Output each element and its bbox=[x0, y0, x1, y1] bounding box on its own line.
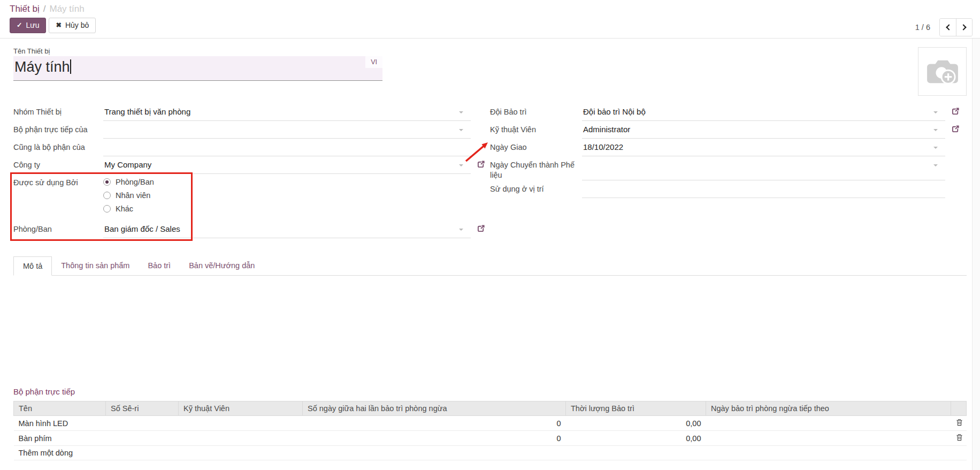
department-input[interactable]: Ban giám đốc / Sales bbox=[103, 221, 471, 238]
direct-parts-table: Tên Số Sê-ri Kỹ thuật Viên Số ngày giữa … bbox=[13, 401, 967, 460]
control-panel: Thiết bị/Máy tính ✓ Lưu ✖ Hủy bỏ 1 / 6 bbox=[0, 0, 980, 39]
field-label: Ngày Giao bbox=[490, 139, 582, 156]
pager-previous-button[interactable] bbox=[940, 19, 956, 36]
cell-technician[interactable] bbox=[179, 431, 303, 446]
equipment-name-value: Máy tính bbox=[14, 59, 70, 75]
equipment-name-input[interactable]: Máy tính VI bbox=[13, 56, 382, 81]
discard-button[interactable]: ✖ Hủy bỏ bbox=[49, 18, 96, 33]
tab-content-description[interactable] bbox=[13, 276, 967, 381]
trash-icon bbox=[956, 419, 963, 426]
caret-down-icon[interactable] bbox=[933, 129, 938, 133]
field-row-scrap-date: Ngày Chuyển thành Phế liệu bbox=[490, 156, 945, 180]
caret-down-icon[interactable] bbox=[933, 164, 938, 169]
pager-next-button[interactable] bbox=[956, 19, 972, 36]
section-title-direct-parts: Bộ phận trực tiếp bbox=[13, 387, 967, 396]
direct-part-of-input[interactable] bbox=[103, 121, 471, 139]
save-button-label: Lưu bbox=[26, 21, 39, 29]
breadcrumb-parent-link[interactable]: Thiết bị bbox=[10, 4, 40, 14]
cell-serial[interactable] bbox=[106, 416, 179, 431]
column-header-technician[interactable]: Kỹ thuật Viên bbox=[179, 401, 303, 416]
field-label: Công ty bbox=[13, 156, 103, 174]
tab-description[interactable]: Mô tả bbox=[13, 256, 52, 276]
assigned-date-input[interactable]: 18/10/2022 bbox=[582, 139, 945, 156]
field-grid: Nhóm Thiết bị Trang thiết bị văn phòng B… bbox=[13, 103, 967, 238]
cell-next-date[interactable] bbox=[706, 431, 951, 446]
radio-label: Phòng/Ban bbox=[116, 178, 154, 186]
radio-unselected-icon[interactable] bbox=[103, 192, 111, 199]
caret-down-icon[interactable] bbox=[459, 111, 463, 116]
tab-maintenance[interactable]: Bảo trì bbox=[139, 256, 180, 275]
also-part-of-input[interactable] bbox=[103, 139, 471, 156]
cell-name[interactable]: Màn hình LED bbox=[14, 416, 106, 431]
caret-down-icon[interactable] bbox=[933, 111, 938, 116]
camera-plus-icon bbox=[926, 57, 959, 86]
radio-option-department[interactable]: Phòng/Ban bbox=[103, 178, 154, 186]
cell-days-between[interactable]: 0 bbox=[303, 431, 566, 446]
field-row-department: Phòng/Ban Ban giám đốc / Sales bbox=[13, 221, 471, 238]
table-row[interactable]: Màn hình LED 0 0,00 bbox=[14, 416, 967, 431]
column-header-serial[interactable]: Số Sê-ri bbox=[106, 401, 179, 416]
table-header-row: Tên Số Sê-ri Kỹ thuật Viên Số ngày giữa … bbox=[14, 401, 967, 416]
radio-unselected-icon[interactable] bbox=[103, 205, 111, 213]
external-link-icon[interactable] bbox=[952, 125, 960, 134]
tab-drawings-instructions[interactable]: Bản vẽ/Hướng dẫn bbox=[180, 256, 264, 275]
breadcrumb-separator: / bbox=[43, 4, 46, 14]
cell-duration[interactable]: 0,00 bbox=[566, 416, 706, 431]
delete-row-button[interactable] bbox=[951, 431, 967, 446]
company-input[interactable]: My Company bbox=[103, 156, 471, 174]
add-row-link[interactable]: Thêm một dòng bbox=[14, 446, 967, 460]
field-label: Phòng/Ban bbox=[13, 221, 103, 238]
external-link-icon[interactable] bbox=[477, 160, 485, 170]
tab-product-information[interactable]: Thông tin sản phẩm bbox=[52, 256, 139, 275]
field-row-assigned-date: Ngày Giao 18/10/2022 bbox=[490, 139, 945, 156]
cell-serial[interactable] bbox=[106, 431, 179, 446]
equipment-image-upload[interactable] bbox=[918, 47, 967, 96]
field-value: Trang thiết bị văn phòng bbox=[104, 107, 190, 116]
field-label: Ngày Chuyển thành Phế liệu bbox=[490, 156, 582, 180]
column-header-days-between[interactable]: Số ngày giữa hai lần bảo trì phòng ngừa bbox=[303, 401, 566, 416]
field-label: Kỹ thuật Viên bbox=[490, 121, 582, 139]
cell-days-between[interactable]: 0 bbox=[303, 416, 566, 431]
cell-technician[interactable] bbox=[179, 416, 303, 431]
form-sheet: Tên Thiết bị Máy tính VI Nhóm Thiết bị T… bbox=[0, 39, 980, 460]
used-in-location-input[interactable] bbox=[582, 180, 945, 198]
column-header-name[interactable]: Tên bbox=[14, 401, 106, 416]
language-badge[interactable]: VI bbox=[365, 56, 382, 68]
caret-down-icon[interactable] bbox=[933, 147, 938, 151]
radio-selected-icon[interactable] bbox=[103, 178, 111, 186]
field-label: Nhóm Thiết bị bbox=[13, 103, 103, 121]
caret-down-icon[interactable] bbox=[459, 129, 463, 133]
radio-option-other[interactable]: Khác bbox=[103, 204, 154, 213]
breadcrumb-current: Máy tính bbox=[49, 4, 84, 14]
caret-down-icon[interactable] bbox=[459, 164, 463, 169]
radio-label: Nhân viên bbox=[116, 191, 150, 200]
maintenance-team-input[interactable]: Đội bảo trì Nội bộ bbox=[582, 103, 945, 121]
chevron-right-icon bbox=[960, 24, 966, 30]
radio-option-employee[interactable]: Nhân viên bbox=[103, 191, 154, 200]
field-value: Ban giám đốc / Sales bbox=[104, 224, 180, 233]
cell-name[interactable]: Bàn phím bbox=[14, 431, 106, 446]
cell-next-date[interactable] bbox=[706, 416, 951, 431]
cell-duration[interactable]: 0,00 bbox=[566, 431, 706, 446]
technician-input[interactable]: Administrator bbox=[582, 121, 945, 139]
field-row-also-part-of: Cũng là bộ phận của bbox=[13, 139, 471, 156]
vertical-scrollbar[interactable] bbox=[972, 39, 980, 470]
external-link-icon[interactable] bbox=[477, 224, 485, 234]
field-label: Cũng là bộ phận của bbox=[13, 139, 103, 156]
caret-down-icon[interactable] bbox=[459, 229, 463, 233]
save-button[interactable]: ✓ Lưu bbox=[10, 18, 46, 33]
field-label: Được sử dụng Bởi bbox=[13, 174, 103, 218]
column-header-actions bbox=[951, 401, 967, 416]
scrap-date-input[interactable] bbox=[582, 156, 945, 180]
column-header-next-date[interactable]: Ngày bảo trì phòng ngừa tiếp theo bbox=[706, 401, 951, 416]
equipment-category-input[interactable]: Trang thiết bị văn phòng bbox=[103, 103, 471, 121]
chevron-left-icon bbox=[946, 24, 952, 30]
column-header-duration[interactable]: Thời lượng Bảo trì bbox=[566, 401, 706, 416]
delete-row-button[interactable] bbox=[951, 416, 967, 431]
trash-icon bbox=[956, 434, 963, 441]
add-row[interactable]: Thêm một dòng bbox=[14, 446, 967, 460]
table-row[interactable]: Bàn phím 0 0,00 bbox=[14, 431, 967, 446]
check-icon: ✓ bbox=[17, 22, 22, 29]
external-link-icon[interactable] bbox=[952, 107, 960, 117]
pager: 1 / 6 bbox=[915, 18, 973, 36]
